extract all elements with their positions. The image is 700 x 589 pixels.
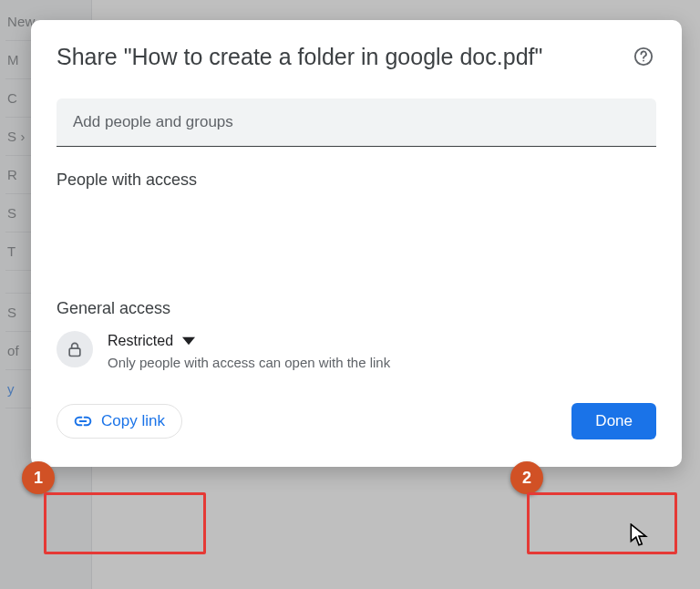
copy-link-button[interactable]: Copy link bbox=[57, 404, 182, 439]
dialog-header: Share "How to create a folder in google … bbox=[57, 42, 656, 73]
copy-link-label: Copy link bbox=[101, 412, 165, 430]
general-access-row: Restricted Only people with access can o… bbox=[57, 331, 656, 370]
help-icon bbox=[633, 46, 654, 67]
svg-point-1 bbox=[643, 60, 644, 62]
access-level-select[interactable]: Restricted bbox=[102, 331, 656, 351]
help-button[interactable] bbox=[631, 44, 656, 69]
dialog-footer: Copy link Done bbox=[57, 403, 656, 439]
access-info: Restricted Only people with access can o… bbox=[108, 331, 656, 370]
access-level-label: Restricted bbox=[108, 333, 173, 349]
done-button[interactable]: Done bbox=[571, 403, 656, 439]
add-people-field-wrapper[interactable] bbox=[57, 98, 656, 147]
general-access-heading: General access bbox=[57, 299, 656, 318]
people-with-access-heading: People with access bbox=[57, 170, 656, 190]
chevron-down-icon bbox=[182, 335, 195, 347]
dialog-title: Share "How to create a folder in google … bbox=[57, 42, 542, 73]
link-icon bbox=[74, 412, 92, 430]
add-people-input[interactable] bbox=[57, 98, 656, 146]
lock-icon-badge bbox=[57, 331, 93, 367]
share-dialog: Share "How to create a folder in google … bbox=[31, 20, 682, 467]
access-level-description: Only people with access can open with th… bbox=[108, 355, 656, 370]
svg-rect-2 bbox=[69, 348, 80, 356]
lock-icon bbox=[66, 340, 84, 358]
